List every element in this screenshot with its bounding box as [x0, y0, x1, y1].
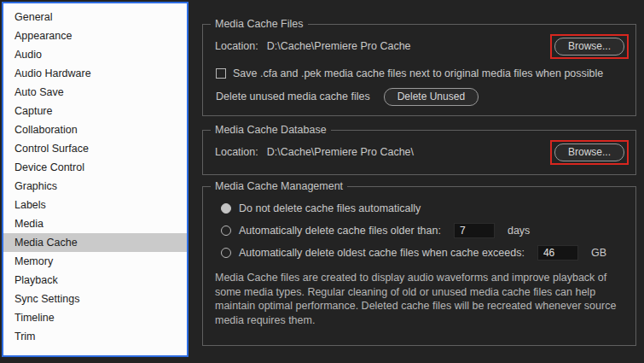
save-next-to-media-checkbox[interactable]	[216, 68, 226, 79]
browse-cache-database-button[interactable]: Browse...	[554, 143, 624, 161]
cache-database-location-row: Location: D:\Cache\Premiere Pro Cache\ B…	[215, 139, 629, 165]
sidebar-item-audio-hardware[interactable]: Audio Hardware	[3, 64, 187, 83]
browse-cache-files-button[interactable]: Browse...	[554, 38, 624, 56]
cache-size-gb-input[interactable]	[537, 245, 578, 261]
location-label: Location:	[215, 146, 258, 158]
delete-older-than-days-input[interactable]	[454, 223, 495, 238]
sidebar-item-capture[interactable]: Capture	[3, 102, 187, 120]
sidebar-item-auto-save[interactable]: Auto Save	[3, 83, 187, 102]
delete-older-than-radio[interactable]	[221, 225, 231, 236]
sidebar-item-timeline[interactable]: Timeline	[3, 308, 187, 327]
delete-unused-button[interactable]: Delete Unused	[384, 88, 479, 106]
delete-oldest-exceeds-radio[interactable]	[221, 248, 231, 258]
location-label: Location:	[215, 40, 258, 52]
sidebar-item-playback[interactable]: Playback	[3, 271, 187, 290]
save-next-to-media-row: Save .cfa and .pek media cache files nex…	[216, 65, 603, 82]
preferences-sidebar: General Appearance Audio Audio Hardware …	[2, 2, 189, 357]
days-unit-label: days	[508, 225, 530, 237]
sidebar-item-sync-settings[interactable]: Sync Settings	[3, 290, 187, 308]
save-next-to-media-label: Save .cfa and .pek media cache files nex…	[233, 67, 603, 79]
cache-files-location-value: D:\Cache\Premiere Pro Cache	[267, 40, 411, 52]
media-cache-management-group: Media Cache Management Do not delete cac…	[202, 186, 636, 346]
preferences-window: General Appearance Audio Audio Hardware …	[0, 0, 644, 363]
sidebar-item-trim[interactable]: Trim	[3, 327, 187, 346]
browse-database-annotation-box: Browse...	[550, 140, 629, 165]
cache-database-location-value: D:\Cache\Premiere Pro Cache\	[267, 146, 414, 158]
sidebar-item-device-control[interactable]: Device Control	[3, 158, 187, 177]
media-cache-management-body: Do not delete cache files automatically …	[215, 199, 627, 327]
delete-older-than-row: Automatically delete cache files older t…	[215, 221, 627, 240]
media-cache-database-title: Media Cache Database	[211, 124, 331, 136]
media-cache-database-group: Media Cache Database Location: D:\Cache\…	[202, 130, 636, 175]
do-not-delete-row: Do not delete cache files automatically	[215, 199, 627, 218]
media-cache-files-group: Media Cache Files Location: D:\Cache\Pre…	[202, 24, 636, 116]
sidebar-item-media[interactable]: Media	[3, 214, 187, 233]
cache-management-description: Media Cache files are created to display…	[215, 271, 629, 327]
delete-unused-label: Delete unused media cache files	[216, 91, 370, 102]
browse-files-annotation-box: Browse...	[550, 34, 629, 59]
delete-oldest-exceeds-row: Automatically delete oldest cache files …	[215, 243, 627, 262]
do-not-delete-radio[interactable]	[221, 203, 231, 214]
sidebar-item-audio[interactable]: Audio	[3, 45, 187, 64]
gb-unit-label: GB	[591, 247, 606, 259]
media-cache-management-title: Media Cache Management	[211, 180, 347, 192]
do-not-delete-label: Do not delete cache files automatically	[239, 202, 421, 214]
sidebar-item-control-surface[interactable]: Control Surface	[3, 139, 187, 158]
sidebar-item-appearance[interactable]: Appearance	[3, 26, 187, 45]
sidebar-item-labels[interactable]: Labels	[3, 196, 187, 214]
sidebar-item-collaboration[interactable]: Collaboration	[3, 120, 187, 139]
delete-unused-row: Delete unused media cache files Delete U…	[216, 87, 479, 106]
cache-files-location-row: Location: D:\Cache\Premiere Pro Cache Br…	[215, 33, 629, 59]
sidebar-item-memory[interactable]: Memory	[3, 252, 187, 271]
sidebar-item-media-cache[interactable]: Media Cache	[3, 233, 187, 252]
delete-older-than-label: Automatically delete cache files older t…	[239, 225, 441, 237]
sidebar-item-general[interactable]: General	[3, 8, 187, 26]
sidebar-item-graphics[interactable]: Graphics	[3, 177, 187, 196]
media-cache-files-title: Media Cache Files	[211, 18, 308, 30]
delete-oldest-exceeds-label: Automatically delete oldest cache files …	[239, 247, 525, 259]
